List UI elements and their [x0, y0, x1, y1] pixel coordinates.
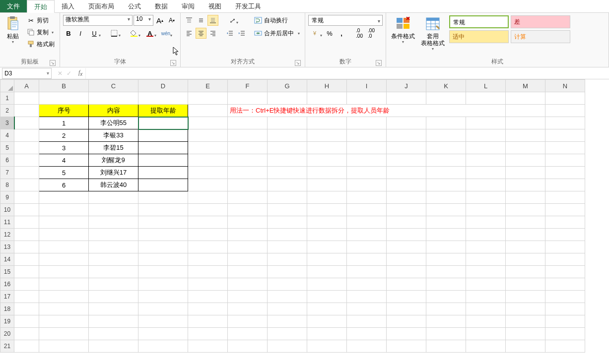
- cell-C3[interactable]: 李公明55: [89, 117, 138, 129]
- row-header[interactable]: 15: [0, 266, 14, 278]
- cell-B8[interactable]: 6: [39, 179, 89, 191]
- align-center-button[interactable]: [196, 28, 206, 39]
- comma-button[interactable]: ,: [336, 28, 347, 39]
- row-header[interactable]: 6: [0, 154, 14, 167]
- col-header-K[interactable]: K: [426, 80, 466, 92]
- col-header-C[interactable]: C: [89, 80, 138, 92]
- row-header[interactable]: 11: [0, 216, 14, 229]
- col-header-J[interactable]: J: [387, 80, 426, 92]
- cell-style-normal[interactable]: 常规: [449, 15, 509, 28]
- cell-B4[interactable]: 2: [39, 129, 89, 142]
- col-header-D[interactable]: D: [138, 80, 188, 92]
- cell-C4[interactable]: 李银33: [89, 129, 138, 142]
- tab-data[interactable]: 数据: [148, 0, 175, 12]
- copy-button[interactable]: 复制▾: [25, 27, 57, 38]
- row-header[interactable]: 7: [0, 167, 14, 179]
- align-dialog-launcher[interactable]: ↘: [295, 60, 301, 66]
- cell-C2[interactable]: 内容: [89, 105, 138, 117]
- align-left-button[interactable]: [184, 28, 195, 39]
- bold-button[interactable]: B: [63, 28, 74, 39]
- accounting-format-button[interactable]: ¥: [308, 28, 323, 39]
- clipboard-dialog-launcher[interactable]: ↘: [50, 60, 56, 66]
- col-header-G[interactable]: G: [268, 80, 307, 92]
- increase-indent-button[interactable]: [236, 28, 247, 39]
- phonetic-button[interactable]: wén: [158, 28, 173, 39]
- increase-decimal-button[interactable]: .0.00: [354, 28, 365, 39]
- cell-D4[interactable]: [138, 129, 188, 142]
- cell-C5[interactable]: 李碧15: [89, 142, 138, 154]
- tab-developer[interactable]: 开发工具: [228, 0, 268, 12]
- cell-style-bad[interactable]: 差: [511, 15, 570, 28]
- row-header[interactable]: 19: [0, 315, 14, 328]
- row-header[interactable]: 5: [0, 142, 14, 154]
- align-right-button[interactable]: [207, 28, 218, 39]
- formula-input[interactable]: [85, 68, 609, 79]
- align-top-button[interactable]: [184, 15, 195, 26]
- name-box[interactable]: D3: [2, 68, 52, 79]
- cell-D6[interactable]: [138, 154, 188, 167]
- cell-B3[interactable]: 1: [39, 117, 89, 129]
- percent-button[interactable]: %: [324, 28, 335, 39]
- italic-button[interactable]: I: [75, 28, 86, 39]
- fill-color-button[interactable]: [127, 28, 141, 39]
- col-header-A[interactable]: A: [14, 80, 39, 92]
- font-size-select[interactable]: 10: [134, 15, 153, 26]
- tab-view[interactable]: 视图: [202, 0, 228, 12]
- cell-D5[interactable]: [138, 142, 188, 154]
- paste-button[interactable]: 粘贴 ▾: [3, 15, 23, 45]
- row-header[interactable]: 10: [0, 204, 14, 216]
- cell-B2[interactable]: 序号: [39, 105, 89, 117]
- orientation-button[interactable]: ⤢: [224, 15, 239, 26]
- underline-button[interactable]: U: [87, 28, 102, 39]
- row-header[interactable]: 16: [0, 278, 14, 291]
- tab-file[interactable]: 文件: [0, 0, 27, 12]
- row-header[interactable]: 21: [0, 340, 14, 353]
- formula-enter-icon[interactable]: ✓: [67, 70, 71, 77]
- align-bottom-button[interactable]: [207, 15, 218, 26]
- col-header-I[interactable]: I: [347, 80, 387, 92]
- row-header[interactable]: 2: [0, 105, 14, 117]
- font-dialog-launcher[interactable]: ↘: [170, 60, 176, 66]
- decrease-indent-button[interactable]: [224, 28, 235, 39]
- cell-B5[interactable]: 3: [39, 142, 89, 154]
- cell-C8[interactable]: 韩云波40: [89, 179, 138, 191]
- cell-C7[interactable]: 刘继兴17: [89, 167, 138, 179]
- col-header-B[interactable]: B: [39, 80, 89, 92]
- cut-button[interactable]: ✂ 剪切: [25, 15, 57, 26]
- cell-D3-active[interactable]: [138, 117, 188, 129]
- row-header[interactable]: 20: [0, 328, 14, 340]
- tab-formula[interactable]: 公式: [121, 0, 148, 12]
- tab-review[interactable]: 审阅: [175, 0, 202, 12]
- cell-B7[interactable]: 5: [39, 167, 89, 179]
- format-painter-button[interactable]: 格式刷: [25, 39, 57, 50]
- col-header-M[interactable]: M: [506, 80, 545, 92]
- font-color-button[interactable]: A: [142, 28, 157, 39]
- row-header[interactable]: 18: [0, 303, 14, 315]
- col-header-H[interactable]: H: [307, 80, 347, 92]
- decrease-font-button[interactable]: A▾: [166, 15, 177, 26]
- row-header[interactable]: 14: [0, 253, 14, 266]
- cell-note[interactable]: 用法一：Ctrl+E快捷键快速进行数据拆分，提取人员年龄: [228, 105, 506, 117]
- cell-C6[interactable]: 刘醒龙9: [89, 154, 138, 167]
- cell-D2[interactable]: 提取年龄: [138, 105, 188, 117]
- col-header-F[interactable]: F: [228, 80, 268, 92]
- border-button[interactable]: [107, 28, 122, 39]
- font-name-select[interactable]: 微软雅黑: [63, 15, 133, 26]
- row-header[interactable]: 3: [0, 117, 14, 129]
- number-format-select[interactable]: 常规: [308, 15, 383, 26]
- cell-D8[interactable]: [138, 179, 188, 191]
- cell-D7[interactable]: [138, 167, 188, 179]
- worksheet-grid[interactable]: A B C D E F G H I J K L M N 1 2 序号 内容 提取…: [0, 79, 609, 364]
- cell-style-calc[interactable]: 计算: [511, 30, 570, 43]
- col-header-N[interactable]: N: [545, 80, 585, 92]
- wrap-text-button[interactable]: 自动换行: [252, 15, 302, 26]
- formula-cancel-icon[interactable]: ✕: [58, 70, 63, 77]
- merge-center-button[interactable]: 合并后居中▾: [252, 28, 302, 39]
- row-header[interactable]: 17: [0, 291, 14, 303]
- tab-insert[interactable]: 插入: [55, 0, 81, 12]
- align-middle-button[interactable]: [196, 15, 206, 26]
- row-header[interactable]: 12: [0, 229, 14, 241]
- format-as-table-button[interactable]: 套用 表格格式▾: [419, 15, 447, 52]
- select-all-corner[interactable]: [0, 80, 14, 92]
- col-header-L[interactable]: L: [466, 80, 506, 92]
